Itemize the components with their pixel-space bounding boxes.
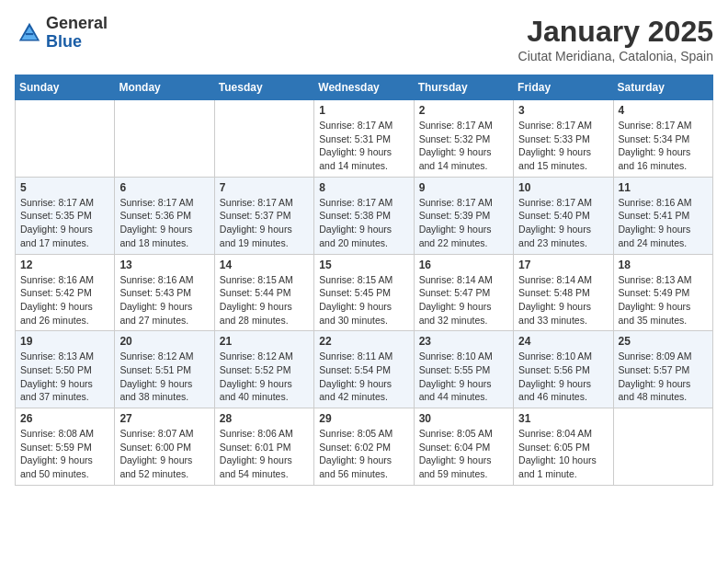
calendar-cell: 20Sunrise: 8:12 AM Sunset: 5:51 PM Dayli…: [115, 331, 214, 408]
weekday-header-row: SundayMondayTuesdayWednesdayThursdayFrid…: [16, 75, 713, 100]
logo: General Blue: [15, 15, 108, 52]
calendar-cell: 18Sunrise: 8:13 AM Sunset: 5:49 PM Dayli…: [613, 254, 712, 331]
logo-blue-text: Blue: [46, 32, 82, 51]
calendar-cell: 31Sunrise: 8:04 AM Sunset: 6:05 PM Dayli…: [514, 408, 613, 486]
day-info: Sunrise: 8:09 AM Sunset: 5:57 PM Dayligh…: [619, 350, 708, 404]
day-number: 7: [220, 181, 309, 194]
weekday-header-wednesday: Wednesday: [314, 75, 414, 100]
day-number: 10: [518, 181, 608, 194]
calendar-week-row: 19Sunrise: 8:13 AM Sunset: 5:50 PM Dayli…: [16, 331, 713, 408]
calendar-cell: 13Sunrise: 8:16 AM Sunset: 5:43 PM Dayli…: [115, 254, 214, 331]
calendar-week-row: 26Sunrise: 8:08 AM Sunset: 5:59 PM Dayli…: [16, 408, 713, 486]
calendar-cell: 28Sunrise: 8:06 AM Sunset: 6:01 PM Dayli…: [214, 408, 313, 486]
day-number: 30: [419, 412, 508, 425]
day-info: Sunrise: 8:07 AM Sunset: 6:00 PM Dayligh…: [119, 427, 209, 481]
calendar-cell: 11Sunrise: 8:16 AM Sunset: 5:41 PM Dayli…: [613, 177, 712, 254]
calendar-cell: 1Sunrise: 8:17 AM Sunset: 5:31 PM Daylig…: [314, 100, 414, 178]
day-info: Sunrise: 8:17 AM Sunset: 5:31 PM Dayligh…: [319, 119, 408, 173]
day-info: Sunrise: 8:08 AM Sunset: 5:59 PM Dayligh…: [20, 427, 109, 481]
calendar-cell: 10Sunrise: 8:17 AM Sunset: 5:40 PM Dayli…: [514, 177, 613, 254]
day-number: 11: [619, 181, 708, 194]
day-info: Sunrise: 8:16 AM Sunset: 5:42 PM Dayligh…: [20, 273, 109, 327]
calendar-cell: 6Sunrise: 8:17 AM Sunset: 5:36 PM Daylig…: [115, 177, 214, 254]
day-number: 29: [319, 412, 408, 425]
calendar-cell: 3Sunrise: 8:17 AM Sunset: 5:33 PM Daylig…: [514, 100, 613, 178]
calendar-cell: 27Sunrise: 8:07 AM Sunset: 6:00 PM Dayli…: [115, 408, 214, 486]
day-number: 31: [518, 412, 608, 425]
day-info: Sunrise: 8:12 AM Sunset: 5:52 PM Dayligh…: [220, 350, 309, 404]
day-number: 27: [119, 412, 209, 425]
calendar-cell: 23Sunrise: 8:10 AM Sunset: 5:55 PM Dayli…: [414, 331, 513, 408]
calendar-cell: 12Sunrise: 8:16 AM Sunset: 5:42 PM Dayli…: [16, 254, 115, 331]
day-info: Sunrise: 8:14 AM Sunset: 5:48 PM Dayligh…: [518, 273, 608, 327]
calendar-week-row: 12Sunrise: 8:16 AM Sunset: 5:42 PM Dayli…: [16, 254, 713, 331]
calendar-week-row: 5Sunrise: 8:17 AM Sunset: 5:35 PM Daylig…: [16, 177, 713, 254]
day-number: 1: [319, 104, 408, 117]
day-number: 20: [119, 335, 209, 348]
day-number: 14: [220, 259, 309, 271]
calendar-cell: 16Sunrise: 8:14 AM Sunset: 5:47 PM Dayli…: [414, 254, 513, 331]
day-info: Sunrise: 8:17 AM Sunset: 5:32 PM Dayligh…: [419, 119, 508, 173]
calendar-cell: 2Sunrise: 8:17 AM Sunset: 5:32 PM Daylig…: [414, 100, 513, 178]
calendar-cell: 9Sunrise: 8:17 AM Sunset: 5:39 PM Daylig…: [414, 177, 513, 254]
svg-rect-2: [26, 33, 33, 35]
weekday-header-saturday: Saturday: [613, 75, 712, 100]
calendar-cell: 21Sunrise: 8:12 AM Sunset: 5:52 PM Dayli…: [214, 331, 313, 408]
day-info: Sunrise: 8:17 AM Sunset: 5:33 PM Dayligh…: [518, 119, 608, 173]
day-number: 4: [619, 104, 708, 117]
day-info: Sunrise: 8:17 AM Sunset: 5:37 PM Dayligh…: [220, 196, 309, 250]
calendar-cell: 17Sunrise: 8:14 AM Sunset: 5:48 PM Dayli…: [514, 254, 613, 331]
day-info: Sunrise: 8:17 AM Sunset: 5:34 PM Dayligh…: [619, 119, 708, 173]
calendar-title: January 2025: [518, 15, 713, 49]
day-number: 21: [220, 335, 309, 348]
day-number: 15: [319, 259, 408, 271]
calendar-cell: 25Sunrise: 8:09 AM Sunset: 5:57 PM Dayli…: [613, 331, 712, 408]
page-header: General Blue January 2025 Ciutat Meridia…: [15, 15, 713, 63]
day-info: Sunrise: 8:12 AM Sunset: 5:51 PM Dayligh…: [119, 350, 209, 404]
day-info: Sunrise: 8:15 AM Sunset: 5:44 PM Dayligh…: [220, 273, 309, 327]
calendar-cell: 24Sunrise: 8:10 AM Sunset: 5:56 PM Dayli…: [514, 331, 613, 408]
calendar-cell: 19Sunrise: 8:13 AM Sunset: 5:50 PM Dayli…: [16, 331, 115, 408]
logo-icon: [17, 20, 42, 46]
day-number: 23: [419, 335, 508, 348]
day-info: Sunrise: 8:06 AM Sunset: 6:01 PM Dayligh…: [220, 427, 309, 481]
day-number: 2: [419, 104, 508, 117]
weekday-header-friday: Friday: [514, 75, 613, 100]
day-number: 12: [20, 259, 109, 271]
day-info: Sunrise: 8:16 AM Sunset: 5:43 PM Dayligh…: [119, 273, 209, 327]
day-info: Sunrise: 8:13 AM Sunset: 5:49 PM Dayligh…: [619, 273, 708, 327]
day-info: Sunrise: 8:17 AM Sunset: 5:39 PM Dayligh…: [419, 196, 508, 250]
day-info: Sunrise: 8:14 AM Sunset: 5:47 PM Dayligh…: [419, 273, 508, 327]
calendar-cell: 26Sunrise: 8:08 AM Sunset: 5:59 PM Dayli…: [16, 408, 115, 486]
day-info: Sunrise: 8:16 AM Sunset: 5:41 PM Dayligh…: [619, 196, 708, 250]
day-number: 22: [319, 335, 408, 348]
day-number: 16: [419, 259, 508, 271]
day-number: 19: [20, 335, 109, 348]
calendar-cell: 22Sunrise: 8:11 AM Sunset: 5:54 PM Dayli…: [314, 331, 414, 408]
day-info: Sunrise: 8:17 AM Sunset: 5:36 PM Dayligh…: [119, 196, 209, 250]
calendar-week-row: 1Sunrise: 8:17 AM Sunset: 5:31 PM Daylig…: [16, 100, 713, 178]
title-area: January 2025 Ciutat Meridiana, Catalonia…: [518, 15, 713, 63]
day-number: 3: [518, 104, 608, 117]
day-number: 28: [220, 412, 309, 425]
day-number: 13: [119, 259, 209, 271]
day-info: Sunrise: 8:17 AM Sunset: 5:35 PM Dayligh…: [20, 196, 109, 250]
weekday-header-thursday: Thursday: [414, 75, 513, 100]
day-number: 8: [319, 181, 408, 194]
calendar-cell: 14Sunrise: 8:15 AM Sunset: 5:44 PM Dayli…: [214, 254, 313, 331]
day-info: Sunrise: 8:05 AM Sunset: 6:02 PM Dayligh…: [319, 427, 408, 481]
calendar-cell: 4Sunrise: 8:17 AM Sunset: 5:34 PM Daylig…: [613, 100, 712, 178]
weekday-header-monday: Monday: [115, 75, 214, 100]
day-number: 6: [119, 181, 209, 194]
calendar-cell: [115, 100, 214, 178]
day-info: Sunrise: 8:17 AM Sunset: 5:38 PM Dayligh…: [319, 196, 408, 250]
day-number: 25: [619, 335, 708, 348]
day-info: Sunrise: 8:15 AM Sunset: 5:45 PM Dayligh…: [319, 273, 408, 327]
calendar-cell: [16, 100, 115, 178]
weekday-header-tuesday: Tuesday: [214, 75, 313, 100]
day-number: 9: [419, 181, 508, 194]
calendar-cell: 5Sunrise: 8:17 AM Sunset: 5:35 PM Daylig…: [16, 177, 115, 254]
calendar-cell: [613, 408, 712, 486]
calendar-cell: 15Sunrise: 8:15 AM Sunset: 5:45 PM Dayli…: [314, 254, 414, 331]
day-info: Sunrise: 8:04 AM Sunset: 6:05 PM Dayligh…: [518, 427, 608, 481]
